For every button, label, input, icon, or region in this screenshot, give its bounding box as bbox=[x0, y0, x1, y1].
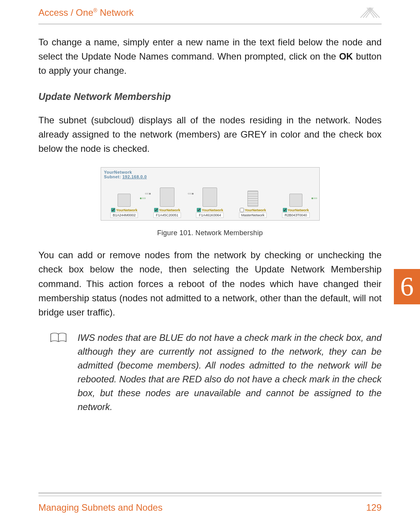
footer-section: Managing Subnets and Nodes bbox=[38, 502, 163, 513]
figure-nodes-row: ●››› YourNetwork B1A244M0002 ‹‹‹● YourNe… bbox=[104, 188, 316, 218]
page-footer: Managing Subnets and Nodes 129 bbox=[38, 493, 382, 513]
node-check-label: YourNetwork bbox=[116, 208, 137, 212]
figure-wrap: YourNetwork Subnet: 192.168.0.0 ●››› You… bbox=[38, 167, 382, 221]
node-checkbox-row[interactable]: YourNetwork bbox=[154, 208, 180, 212]
node-checkbox-row[interactable]: YourNetwork bbox=[197, 208, 223, 212]
node-server-icon bbox=[247, 191, 258, 207]
node-item: YourNetwork MasterNetwork bbox=[239, 191, 267, 218]
node-checkbox[interactable] bbox=[111, 208, 115, 212]
node-id-label: F1A45C20051 bbox=[153, 213, 181, 218]
note-text: IWS nodes that are BLUE do not have a ch… bbox=[78, 331, 382, 414]
page-header: Access / One® Network bbox=[38, 0, 382, 22]
header-title-sup: ® bbox=[93, 7, 97, 13]
figure-network-membership: YourNetwork Subnet: 192.168.0.0 ●››› You… bbox=[101, 167, 320, 221]
figure-subnet-link[interactable]: 192.168.0.0 bbox=[123, 174, 147, 179]
signal-in-icon: ‹‹‹● bbox=[188, 191, 194, 196]
node-id-label: MasterNetwork bbox=[239, 213, 267, 218]
node-checkbox[interactable] bbox=[154, 208, 158, 212]
node-checkbox-row[interactable]: YourNetwork bbox=[111, 208, 137, 212]
node-id-label: B1A244M0002 bbox=[110, 213, 138, 218]
node-checkbox[interactable] bbox=[240, 208, 244, 212]
node-checkbox-row[interactable]: YourNetwork bbox=[283, 208, 309, 212]
note-block: IWS nodes that are BLUE do not have a ch… bbox=[38, 331, 382, 414]
node-checkbox[interactable] bbox=[283, 208, 287, 212]
node-id-label: R2B043T0040 bbox=[282, 213, 310, 218]
node-device-icon bbox=[203, 188, 217, 207]
node-check-label: YourNetwork bbox=[245, 208, 266, 212]
node-item: ‹‹‹● YourNetwork F1A461K0064 bbox=[196, 188, 224, 218]
signal-out-icon: ●››› bbox=[311, 196, 317, 200]
node-device-icon bbox=[118, 194, 131, 207]
header-title-pre: Access / One bbox=[38, 7, 93, 18]
signal-in-icon: ‹‹‹● bbox=[145, 191, 151, 196]
header-rule bbox=[38, 24, 382, 24]
footer-page-number: 129 bbox=[366, 502, 382, 513]
header-title: Access / One® Network bbox=[38, 7, 134, 18]
node-checkbox[interactable] bbox=[197, 208, 201, 212]
node-check-label: YourNetwork bbox=[159, 208, 180, 212]
node-item: ‹‹‹● YourNetwork F1A45C20051 bbox=[153, 188, 181, 218]
book-icon bbox=[50, 331, 67, 414]
node-device-icon bbox=[160, 188, 174, 207]
node-id-label: F1A461K0064 bbox=[196, 213, 224, 218]
node-device-icon bbox=[289, 194, 302, 207]
brand-stripes-icon bbox=[359, 7, 382, 18]
heading-update-network-membership: Update Network Membership bbox=[38, 91, 382, 102]
paragraph-change-name: To change a name, simply enter a new nam… bbox=[38, 35, 382, 78]
paragraph-add-remove-nodes: You can add or remove nodes from the net… bbox=[38, 248, 382, 319]
p1-ok: OK bbox=[339, 51, 353, 61]
node-check-label: YourNetwork bbox=[288, 208, 309, 212]
p1-pre: To change a name, simply enter a new nam… bbox=[38, 37, 382, 61]
figure-network-name: YourNetwork bbox=[104, 170, 316, 174]
node-checkbox-row[interactable]: YourNetwork bbox=[240, 208, 266, 212]
figure-subnet: Subnet: 192.168.0.0 bbox=[104, 174, 316, 179]
node-item: ●››› YourNetwork B1A244M0002 bbox=[110, 194, 138, 218]
paragraph-subnet-display: The subnet (subcloud) displays all of th… bbox=[38, 113, 382, 156]
node-check-label: YourNetwork bbox=[202, 208, 223, 212]
figure-caption: Figure 101. Network Membership bbox=[38, 229, 382, 237]
header-title-post: Network bbox=[97, 7, 134, 18]
signal-out-icon: ●››› bbox=[139, 196, 146, 200]
footer-rule-top bbox=[38, 493, 382, 493]
figure-subnet-label: Subnet: bbox=[104, 174, 123, 179]
chapter-tab: 6 bbox=[394, 269, 420, 304]
footer-rule-bottom bbox=[38, 496, 382, 496]
node-item: ●››› YourNetwork R2B043T0040 bbox=[282, 194, 310, 218]
